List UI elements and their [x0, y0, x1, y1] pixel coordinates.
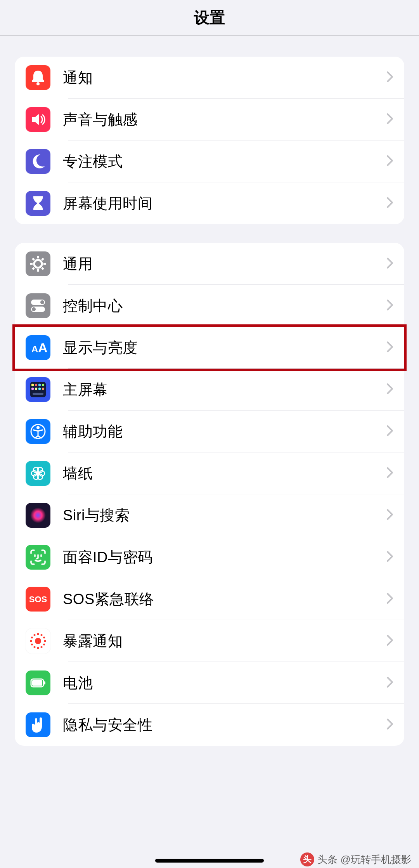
svg-point-62: [34, 634, 36, 636]
settings-row-label: 专注模式: [63, 152, 386, 172]
sos-icon: SOS: [26, 587, 50, 612]
settings-row-display[interactable]: AA显示与亮度: [15, 327, 404, 369]
chevron-right-icon: [386, 467, 393, 480]
settings-row-label: 控制中心: [63, 296, 386, 316]
exposure-icon: [26, 629, 50, 653]
svg-point-60: [30, 640, 32, 642]
chevron-right-icon: [386, 257, 393, 270]
chevron-right-icon: [386, 71, 393, 84]
svg-line-12: [33, 258, 34, 260]
accessibility-icon: [26, 419, 50, 444]
svg-text:SOS: SOS: [29, 594, 47, 604]
settings-row-siri[interactable]: Siri与搜索: [15, 494, 404, 536]
chevron-right-icon: [386, 718, 393, 731]
settings-page: 设置 通知声音与触感专注模式屏幕使用时间通用控制中心AA显示与亮度主屏幕辅助功能…: [0, 0, 419, 868]
chevron-right-icon: [386, 299, 393, 312]
chevron-right-icon: [386, 634, 393, 648]
hourglass-icon: [26, 191, 50, 216]
svg-point-17: [40, 300, 44, 304]
settings-row-label: 主屏幕: [63, 380, 386, 400]
settings-row-focus[interactable]: 专注模式: [15, 140, 404, 182]
chevron-right-icon: [386, 383, 393, 396]
svg-point-32: [42, 388, 44, 390]
text-size-icon: AA: [26, 335, 50, 360]
svg-rect-68: [32, 680, 42, 686]
svg-text:A: A: [31, 344, 38, 354]
settings-row-faceid[interactable]: 面容ID与密码: [15, 536, 404, 578]
chevron-right-icon: [386, 509, 393, 522]
watermark-logo-icon: 头: [300, 852, 314, 866]
chevron-right-icon: [386, 341, 393, 354]
moon-icon: [26, 149, 50, 174]
svg-point-59: [31, 644, 33, 646]
settings-row-label: 电池: [63, 673, 386, 693]
bell-icon: [26, 65, 50, 90]
settings-group: 通用控制中心AA显示与亮度主屏幕辅助功能墙纸Siri与搜索面容ID与密码SOSS…: [15, 243, 404, 746]
svg-point-46: [30, 508, 46, 523]
siri-icon: [26, 503, 50, 528]
settings-row-screentime[interactable]: 屏幕使用时间: [15, 182, 404, 224]
settings-row-label: 通知: [63, 68, 386, 88]
svg-point-36: [36, 426, 40, 429]
home-indicator[interactable]: [155, 859, 264, 863]
watermark-prefix: 头条: [317, 853, 338, 866]
settings-row-label: 墙纸: [63, 464, 386, 483]
watermark-handle: @玩转手机摄影: [341, 853, 411, 866]
svg-point-1: [36, 82, 40, 85]
settings-row-label: Siri与搜索: [63, 506, 386, 525]
settings-row-label: 隐私与安全性: [63, 715, 386, 735]
svg-rect-33: [33, 393, 43, 395]
settings-row-label: SOS紧急联络: [63, 589, 386, 609]
svg-rect-5: [26, 251, 50, 276]
settings-row-general[interactable]: 通用: [15, 243, 404, 285]
settings-row-label: 显示与亮度: [63, 338, 386, 358]
svg-point-61: [31, 637, 33, 639]
svg-point-30: [35, 388, 37, 390]
speaker-icon: [26, 107, 50, 132]
svg-point-65: [43, 637, 45, 639]
svg-point-57: [37, 647, 39, 649]
switches-icon: [26, 293, 50, 318]
settings-row-privacy[interactable]: 隐私与安全性: [15, 704, 404, 746]
settings-row-homescreen[interactable]: 主屏幕: [15, 369, 404, 411]
chevron-right-icon: [386, 113, 393, 126]
gear-icon: [26, 251, 50, 276]
svg-text:A: A: [38, 340, 48, 355]
grid-icon: [26, 377, 50, 402]
svg-line-14: [42, 258, 43, 260]
svg-point-54: [44, 640, 46, 642]
svg-point-64: [41, 634, 43, 636]
svg-point-53: [35, 638, 41, 644]
settings-row-sounds[interactable]: 声音与触感: [15, 99, 404, 140]
watermark: 头 头条 @玩转手机摄影: [300, 852, 411, 866]
svg-point-55: [43, 644, 45, 646]
settings-row-battery[interactable]: 电池: [15, 662, 404, 704]
settings-row-sos[interactable]: SOSSOS紧急联络: [15, 578, 404, 620]
chevron-right-icon: [386, 197, 393, 210]
settings-row-notifications[interactable]: 通知: [15, 57, 404, 99]
settings-row-label: 辅助功能: [63, 422, 386, 442]
svg-rect-3: [26, 149, 50, 174]
hand-icon: [26, 712, 50, 737]
svg-point-56: [41, 646, 43, 648]
svg-point-29: [31, 388, 34, 390]
chevron-right-icon: [386, 593, 393, 606]
settings-row-controlcenter[interactable]: 控制中心: [15, 285, 404, 327]
svg-rect-15: [26, 293, 50, 318]
svg-line-10: [33, 268, 34, 269]
svg-point-44: [36, 471, 40, 475]
chevron-right-icon: [386, 551, 393, 564]
settings-row-wallpaper[interactable]: 墙纸: [15, 452, 404, 494]
flower-icon: [26, 461, 50, 486]
battery-icon: [26, 670, 50, 695]
settings-row-label: 面容ID与密码: [63, 547, 386, 567]
settings-row-exposure[interactable]: 暴露通知: [15, 620, 404, 662]
svg-point-25: [31, 384, 34, 386]
svg-rect-69: [44, 681, 45, 684]
settings-row-label: 屏幕使用时间: [63, 194, 386, 213]
svg-point-26: [35, 384, 37, 386]
settings-row-accessibility[interactable]: 辅助功能: [15, 411, 404, 452]
settings-row-label: 通用: [63, 254, 386, 274]
svg-point-19: [32, 307, 36, 311]
svg-point-27: [38, 384, 41, 386]
